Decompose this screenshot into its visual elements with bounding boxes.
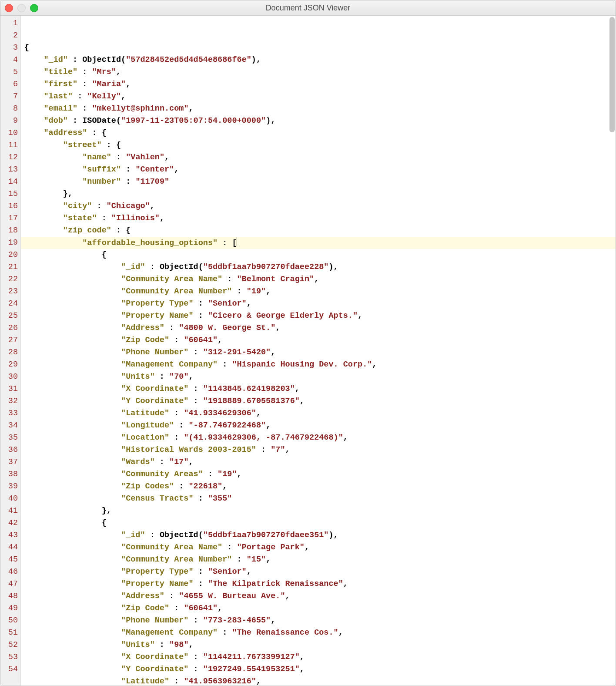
minimize-icon[interactable] (17, 4, 26, 12)
code-line[interactable]: "dob" : ISODate("1997-11-23T05:07:54.000… (24, 115, 616, 127)
code-line[interactable]: "Address" : "4800 W. George St.", (24, 322, 616, 334)
code-line[interactable]: "_id" : ObjectId("5ddbf1aa7b907270fdaee3… (24, 529, 616, 541)
code-line[interactable]: "Latitude" : "41.9563963216", (24, 676, 616, 686)
token-p: , (285, 592, 290, 601)
code-line[interactable]: "Zip Code" : "60641", (24, 334, 616, 346)
token-p: , (338, 628, 343, 637)
token-s: "1144211.7673399127" (203, 652, 300, 662)
code-line[interactable]: "X Coordinate" : "1144211.7673399127", (24, 651, 616, 663)
code-line[interactable]: "Phone Number" : "312-291-5420", (24, 346, 616, 359)
code-editor[interactable]: 1234567891011121314151617181920212223242… (0, 16, 616, 686)
token-s: "Kelly" (87, 92, 121, 101)
code-line[interactable]: "Property Name" : "Cicero & George Elder… (24, 310, 616, 322)
code-line[interactable]: "first" : "Maria", (24, 78, 616, 91)
text-cursor (237, 237, 237, 246)
code-line[interactable]: "Community Area Number" : "19", (24, 286, 616, 298)
code-line[interactable]: "Phone Number" : "773-283-4655", (24, 615, 616, 627)
code-line[interactable]: "Community Area Number" : "15", (24, 554, 616, 566)
code-line[interactable]: "Property Type" : "Senior", (24, 566, 616, 578)
code-line[interactable]: "Historical Wards 2003-2015" : "7", (24, 444, 616, 456)
token-p: , (372, 360, 377, 369)
token-k: "Phone Number" (121, 348, 188, 357)
token-k: "Property Type" (121, 299, 194, 308)
code-line[interactable]: "address" : { (24, 127, 616, 139)
code-line[interactable]: "city" : "Chicago", (24, 200, 616, 212)
token-p: ) (266, 116, 271, 125)
token-col: : (188, 665, 203, 674)
line-number: 29 (0, 359, 18, 371)
token-k: "Community Areas" (121, 470, 203, 479)
code-line[interactable]: "Management Company" : "Hispanic Housing… (24, 359, 616, 371)
code-line[interactable]: "_id" : ObjectId("57d28452ed5d4d54e8686f… (24, 54, 616, 66)
token-col: : (155, 640, 169, 649)
line-number: 33 (0, 407, 18, 420)
token-p: , (189, 104, 194, 113)
line-number: 3 (0, 42, 18, 54)
code-line[interactable]: "number" : "11709" (24, 176, 616, 188)
code-line[interactable]: { (24, 249, 616, 261)
code-line[interactable]: "Units" : "70", (24, 371, 616, 383)
code-line[interactable]: "street" : { (24, 139, 616, 151)
token-k: "title" (44, 67, 77, 77)
code-line[interactable]: "Latitude" : "41.9334629306", (24, 407, 616, 420)
token-s: "15" (247, 555, 266, 564)
code-line[interactable]: "Property Name" : "The Kilpatrick Renais… (24, 578, 616, 590)
code-line[interactable]: "Wards" : "17", (24, 456, 616, 468)
code-line[interactable]: }, (24, 505, 616, 517)
token-k: "Zip Code" (121, 336, 169, 345)
line-number: 27 (0, 334, 18, 346)
code-line[interactable]: "Units" : "98", (24, 639, 616, 651)
code-line[interactable]: "Address" : "4655 W. Burteau Ave.", (24, 590, 616, 602)
token-k: "street" (63, 141, 102, 150)
code-line[interactable]: "_id" : ObjectId("5ddbf1aa7b907270fdaee2… (24, 261, 616, 273)
token-s: "41.9334629306" (184, 409, 256, 418)
line-number: 32 (0, 395, 18, 407)
line-number: 4 (0, 54, 18, 66)
code-line[interactable]: "name" : "Vahlen", (24, 151, 616, 164)
token-s: "Mrs" (92, 67, 116, 77)
close-icon[interactable] (5, 4, 13, 12)
code-line[interactable]: { (24, 42, 616, 54)
line-number: 41 (0, 505, 18, 517)
code-line[interactable]: "Census Tracts" : "355" (24, 493, 616, 505)
token-k: "Property Type" (121, 567, 194, 576)
code-line[interactable]: "Community Area Name" : "Portage Park", (24, 541, 616, 554)
code-line[interactable]: "affordable_housing_options" : [ (21, 237, 616, 249)
line-number: 14 (0, 176, 18, 188)
line-number: 28 (0, 346, 18, 359)
token-p: , (358, 311, 362, 320)
code-line[interactable]: "X Coordinate" : "1143845.624198203", (24, 383, 616, 395)
token-col: : (203, 470, 218, 479)
zoom-icon[interactable] (30, 4, 38, 12)
token-k: "Y Coordinate" (121, 397, 188, 406)
code-line[interactable]: "Longitude" : "-87.7467922468", (24, 420, 616, 432)
line-number: 50 (0, 615, 18, 627)
code-line[interactable]: "Property Type" : "Senior", (24, 298, 616, 310)
code-line[interactable]: "suffix" : "Center", (24, 164, 616, 176)
vertical-scrollbar[interactable] (609, 17, 615, 132)
code-line[interactable]: { (24, 517, 616, 529)
code-line[interactable]: "last" : "Kelly", (24, 91, 616, 103)
code-line[interactable]: "Zip Codes" : "22618", (24, 481, 616, 493)
code-line[interactable]: "title" : "Mrs", (24, 66, 616, 78)
code-area[interactable]: { "_id" : ObjectId("57d28452ed5d4d54e868… (21, 16, 616, 686)
code-line[interactable]: "Y Coordinate" : "1918889.6705581376", (24, 395, 616, 407)
code-line[interactable]: "email" : "mkellyt@sphinn.com", (24, 103, 616, 115)
token-s: "11709" (135, 177, 169, 186)
token-col: : (222, 543, 237, 552)
code-line[interactable]: "Zip Code" : "60641", (24, 602, 616, 615)
token-s: "The Kilpatrick Renaissance" (208, 579, 343, 588)
code-line[interactable]: "Management Company" : "The Renaissance … (24, 627, 616, 639)
code-line[interactable]: }, (24, 188, 616, 200)
code-line[interactable]: "zip_code" : { (24, 225, 616, 237)
token-s: "Illinois" (111, 214, 160, 223)
token-s: "773-283-4655" (203, 616, 271, 625)
code-line[interactable]: "Community Area Name" : "Belmont Cragin"… (24, 273, 616, 286)
code-line[interactable]: "Location" : "(41.9334629306, -87.746792… (24, 432, 616, 444)
token-k: "Phone Number" (121, 616, 188, 625)
code-line[interactable]: "Y Coordinate" : "1927249.5541953251", (24, 663, 616, 676)
token-p: , (271, 616, 275, 625)
token-k: "city" (63, 202, 92, 211)
code-line[interactable]: "state" : "Illinois", (24, 212, 616, 225)
code-line[interactable]: "Community Areas" : "19", (24, 468, 616, 481)
